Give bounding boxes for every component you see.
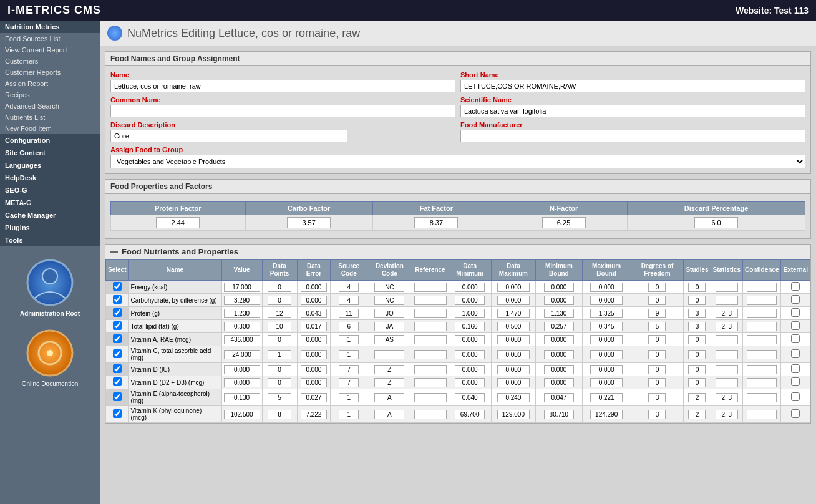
value-input[interactable] bbox=[224, 393, 260, 402]
fat-factor-input[interactable] bbox=[414, 217, 458, 228]
data-max[interactable] bbox=[491, 346, 535, 363]
studies-input[interactable] bbox=[688, 322, 706, 331]
nutrient-value[interactable] bbox=[221, 376, 262, 389]
reference[interactable] bbox=[412, 406, 449, 423]
data-error[interactable] bbox=[297, 294, 331, 307]
confidence-input[interactable] bbox=[747, 335, 777, 344]
data-max-input[interactable] bbox=[497, 378, 530, 387]
external-checkbox[interactable] bbox=[791, 349, 800, 358]
studies-input[interactable] bbox=[688, 283, 706, 292]
data-points-input[interactable] bbox=[268, 309, 291, 318]
max-bound[interactable] bbox=[582, 406, 631, 423]
data-max[interactable] bbox=[491, 376, 535, 389]
deviation-code-input[interactable] bbox=[374, 350, 404, 359]
min-bound-input[interactable] bbox=[544, 296, 574, 305]
statistics-input[interactable] bbox=[716, 296, 738, 305]
min-bound[interactable] bbox=[535, 281, 582, 294]
confidence-input[interactable] bbox=[747, 350, 777, 359]
data-points-input[interactable] bbox=[268, 378, 291, 387]
protein-factor-input[interactable] bbox=[156, 217, 200, 228]
nutrient-value[interactable] bbox=[221, 320, 262, 333]
max-bound[interactable] bbox=[582, 376, 631, 389]
studies[interactable] bbox=[684, 333, 711, 346]
nutrient-checkbox[interactable] bbox=[113, 282, 122, 291]
data-min-input[interactable] bbox=[455, 335, 485, 344]
max-bound-input[interactable] bbox=[590, 393, 623, 402]
food-manufacturer-input[interactable] bbox=[460, 130, 805, 142]
sidebar-item-customers[interactable]: Customers bbox=[0, 56, 100, 67]
nutrient-value[interactable] bbox=[221, 389, 262, 406]
statistics-input[interactable] bbox=[716, 350, 738, 359]
max-bound[interactable] bbox=[582, 281, 631, 294]
dof-input[interactable] bbox=[648, 283, 666, 292]
data-max-input[interactable] bbox=[497, 283, 530, 292]
external[interactable] bbox=[781, 363, 810, 376]
data-error-input[interactable] bbox=[301, 296, 327, 305]
max-bound[interactable] bbox=[582, 389, 631, 406]
dof-input[interactable] bbox=[648, 378, 666, 387]
min-bound-input[interactable] bbox=[544, 365, 574, 374]
assign-group-select[interactable]: Vegetables and Vegetable Products bbox=[110, 155, 805, 168]
data-points-input[interactable] bbox=[268, 322, 291, 331]
dof-input[interactable] bbox=[648, 335, 666, 344]
deviation-code[interactable] bbox=[367, 294, 412, 307]
data-min[interactable] bbox=[449, 281, 491, 294]
deviation-code[interactable] bbox=[367, 307, 412, 320]
data-points[interactable] bbox=[262, 389, 297, 406]
statistics[interactable] bbox=[711, 363, 742, 376]
studies[interactable] bbox=[684, 346, 711, 363]
external[interactable] bbox=[781, 406, 810, 423]
data-max[interactable] bbox=[491, 307, 535, 320]
data-min-input[interactable] bbox=[455, 322, 485, 331]
source-code[interactable] bbox=[331, 294, 367, 307]
statistics[interactable] bbox=[711, 307, 742, 320]
confidence-input[interactable] bbox=[747, 410, 777, 419]
data-error[interactable] bbox=[297, 406, 331, 423]
min-bound[interactable] bbox=[535, 346, 582, 363]
sidebar-item-view-report[interactable]: View Current Report bbox=[0, 44, 100, 56]
data-error[interactable] bbox=[297, 320, 331, 333]
max-bound-input[interactable] bbox=[590, 322, 623, 331]
reference[interactable] bbox=[412, 307, 449, 320]
studies[interactable] bbox=[684, 389, 711, 406]
data-min[interactable] bbox=[449, 307, 491, 320]
reference-input[interactable] bbox=[414, 309, 447, 318]
external[interactable] bbox=[781, 346, 810, 363]
data-error-input[interactable] bbox=[301, 410, 327, 419]
nutrient-checkbox[interactable] bbox=[113, 377, 122, 386]
data-max[interactable] bbox=[491, 389, 535, 406]
external-checkbox[interactable] bbox=[791, 364, 800, 373]
studies-input[interactable] bbox=[688, 296, 706, 305]
data-points-input[interactable] bbox=[268, 296, 291, 305]
data-min-input[interactable] bbox=[455, 410, 485, 419]
value-input[interactable] bbox=[224, 410, 260, 419]
data-points-input[interactable] bbox=[268, 393, 291, 402]
reference-input[interactable] bbox=[414, 378, 447, 387]
nutrient-checkbox[interactable] bbox=[113, 392, 122, 401]
data-error-input[interactable] bbox=[301, 335, 327, 344]
source-code-input[interactable] bbox=[339, 393, 359, 402]
statistics-input[interactable] bbox=[716, 393, 738, 402]
max-bound[interactable] bbox=[582, 333, 631, 346]
studies[interactable] bbox=[684, 406, 711, 423]
reference[interactable] bbox=[412, 376, 449, 389]
studies[interactable] bbox=[684, 294, 711, 307]
common-name-input[interactable] bbox=[110, 105, 455, 117]
external[interactable] bbox=[781, 307, 810, 320]
confidence-input[interactable] bbox=[747, 296, 777, 305]
data-error[interactable] bbox=[297, 333, 331, 346]
confidence[interactable] bbox=[743, 363, 781, 376]
statistics[interactable] bbox=[711, 333, 742, 346]
select-cell[interactable] bbox=[106, 406, 129, 423]
reference[interactable] bbox=[412, 333, 449, 346]
data-points-input[interactable] bbox=[268, 335, 291, 344]
deviation-code-input[interactable] bbox=[374, 378, 404, 387]
data-min[interactable] bbox=[449, 376, 491, 389]
dof-input[interactable] bbox=[648, 296, 666, 305]
confidence[interactable] bbox=[743, 389, 781, 406]
data-points[interactable] bbox=[262, 320, 297, 333]
deviation-code[interactable] bbox=[367, 363, 412, 376]
data-points[interactable] bbox=[262, 307, 297, 320]
max-bound[interactable] bbox=[582, 320, 631, 333]
data-points-input[interactable] bbox=[268, 365, 291, 374]
